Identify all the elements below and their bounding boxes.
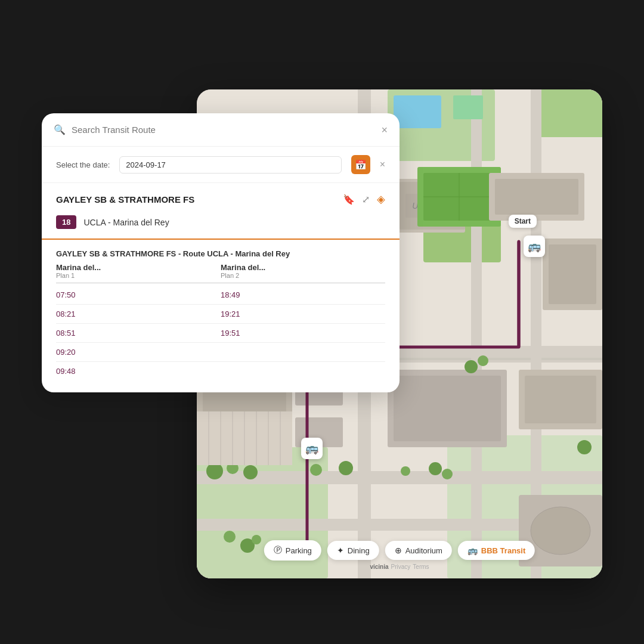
schedule-table: Marina del... Plan 1 Marina del... Plan … — [42, 263, 400, 380]
close-button[interactable]: × — [381, 125, 388, 135]
section-title: GAYLEY SB & STRATHMORE FS - Route UCLA -… — [42, 240, 400, 263]
time-cell: 08:21 — [56, 309, 221, 318]
col1-header: Marina del... Plan 1 — [56, 263, 221, 279]
time-cell: 07:50 — [56, 290, 221, 299]
svg-rect-26 — [549, 244, 596, 304]
transit-pill[interactable]: 🚌 BBB Transit — [458, 541, 535, 560]
svg-rect-28 — [394, 376, 501, 441]
search-input[interactable] — [72, 125, 375, 135]
date-clear-button[interactable]: × — [380, 159, 385, 170]
time-cell: 08:51 — [56, 329, 221, 338]
stop-header: GAYLEY SB & STRATHMORE FS 🔖 ⤢ ◈ — [42, 183, 400, 210]
time-cell-empty: - — [221, 367, 385, 376]
svg-rect-22 — [453, 95, 483, 119]
dining-pill[interactable]: ✦ Dining — [327, 541, 379, 560]
time-cell: 19:21 — [221, 309, 385, 318]
transit-label: BBB Transit — [481, 546, 525, 555]
dining-label: Dining — [348, 546, 370, 555]
parking-icon: Ⓟ — [274, 545, 282, 556]
svg-point-50 — [224, 531, 236, 543]
time-cell: 18:49 — [221, 290, 385, 299]
calendar-icon: 📅 — [355, 159, 367, 171]
search-bar: 🔍 × — [42, 113, 400, 147]
svg-point-40 — [478, 355, 488, 366]
map-attribution: vicinia Privacy Terms — [370, 564, 429, 570]
dining-icon: ✦ — [337, 546, 344, 555]
svg-point-36 — [531, 507, 590, 555]
search-icon: 🔍 — [54, 124, 66, 135]
transit-panel: 🔍 × Select the date: 2024-09-17 📅 × GAYL… — [42, 113, 400, 392]
time-cell: 09:20 — [56, 348, 221, 357]
table-row: 08:51 19:51 — [56, 324, 385, 343]
svg-rect-21 — [394, 95, 441, 128]
svg-point-44 — [310, 464, 322, 476]
time-cell: 09:48 — [56, 367, 221, 376]
schedule-header: Marina del... Plan 1 Marina del... Plan … — [56, 263, 385, 283]
auditorium-pill[interactable]: ⊕ Auditorium — [385, 541, 452, 560]
share-icon[interactable]: ⤢ — [362, 194, 370, 205]
bus-marker-top: 🚌 — [524, 236, 545, 257]
parking-label: Parking — [286, 546, 312, 555]
auditorium-icon: ⊕ — [395, 546, 402, 555]
auditorium-label: Auditorium — [405, 546, 442, 555]
start-label: Start — [509, 215, 537, 228]
time-cell-empty: - — [221, 348, 385, 357]
route-row: 18 UCLA - Marina del Rey — [42, 210, 400, 240]
bookmark-icon[interactable]: 🔖 — [343, 194, 355, 205]
svg-point-47 — [429, 462, 442, 475]
table-row: 09:48 - — [56, 362, 385, 380]
svg-point-48 — [442, 469, 453, 479]
svg-rect-9 — [471, 89, 482, 578]
svg-point-39 — [465, 360, 478, 373]
svg-point-43 — [243, 465, 258, 479]
calendar-button[interactable]: 📅 — [351, 155, 370, 174]
svg-point-52 — [252, 535, 261, 544]
svg-point-49 — [577, 440, 592, 454]
stop-actions: 🔖 ⤢ ◈ — [343, 193, 385, 206]
svg-point-45 — [339, 461, 353, 475]
map-bottom-bar: Ⓟ Parking ✦ Dining ⊕ Auditorium 🚌 BBB Tr… — [264, 540, 535, 561]
svg-rect-24 — [495, 179, 578, 215]
parking-pill[interactable]: Ⓟ Parking — [264, 540, 321, 561]
date-label: Select the date: — [56, 160, 110, 169]
diamond-icon[interactable]: ◈ — [377, 193, 385, 206]
route-badge: 18 — [56, 215, 76, 229]
svg-point-41 — [206, 463, 223, 479]
date-row: Select the date: 2024-09-17 📅 × — [42, 147, 400, 183]
table-row: 08:21 19:21 — [56, 305, 385, 324]
stop-title: GAYLEY SB & STRATHMORE FS — [56, 194, 194, 205]
route-name: UCLA - Marina del Rey — [83, 218, 169, 227]
date-value: 2024-09-17 — [119, 156, 341, 174]
svg-rect-34 — [525, 376, 596, 423]
bus-marker-bottom: 🚌 — [301, 438, 323, 459]
table-row: 09:20 - — [56, 343, 385, 362]
transit-icon: 🚌 — [467, 546, 478, 555]
table-row: 07:50 18:49 — [56, 286, 385, 305]
time-cell: 19:51 — [221, 329, 385, 338]
svg-point-46 — [401, 466, 410, 476]
svg-rect-11 — [197, 471, 602, 484]
col2-header: Marina del... Plan 2 — [221, 263, 385, 279]
